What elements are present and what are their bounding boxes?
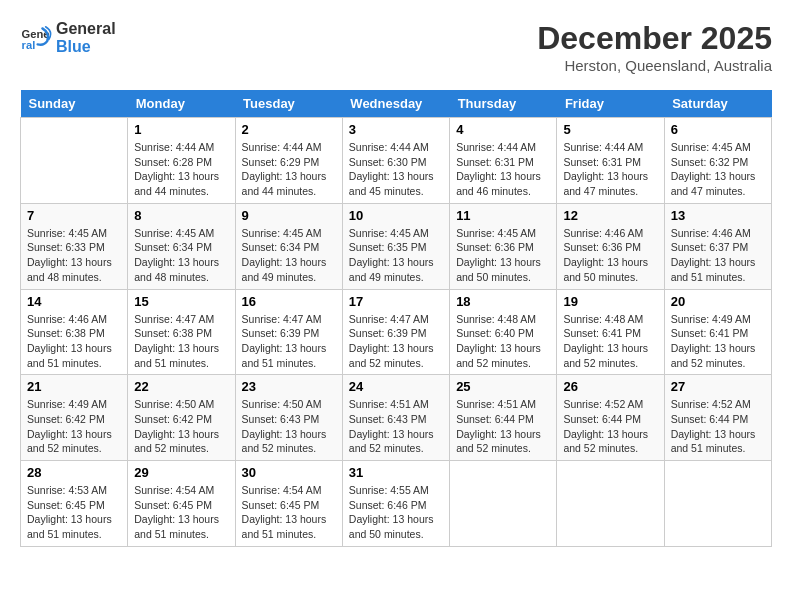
calendar-cell <box>21 118 128 204</box>
calendar-cell: 1Sunrise: 4:44 AM Sunset: 6:28 PM Daylig… <box>128 118 235 204</box>
calendar-cell: 31Sunrise: 4:55 AM Sunset: 6:46 PM Dayli… <box>342 461 449 547</box>
weekday-header-tuesday: Tuesday <box>235 90 342 118</box>
day-info: Sunrise: 4:51 AM Sunset: 6:43 PM Dayligh… <box>349 397 443 456</box>
day-number: 24 <box>349 379 443 394</box>
calendar-cell: 16Sunrise: 4:47 AM Sunset: 6:39 PM Dayli… <box>235 289 342 375</box>
svg-text:ral: ral <box>22 39 36 51</box>
day-number: 20 <box>671 294 765 309</box>
calendar-cell: 17Sunrise: 4:47 AM Sunset: 6:39 PM Dayli… <box>342 289 449 375</box>
calendar-week-row: 1Sunrise: 4:44 AM Sunset: 6:28 PM Daylig… <box>21 118 772 204</box>
day-number: 16 <box>242 294 336 309</box>
day-number: 3 <box>349 122 443 137</box>
weekday-header-friday: Friday <box>557 90 664 118</box>
calendar-cell: 8Sunrise: 4:45 AM Sunset: 6:34 PM Daylig… <box>128 203 235 289</box>
calendar-body: 1Sunrise: 4:44 AM Sunset: 6:28 PM Daylig… <box>21 118 772 547</box>
day-number: 15 <box>134 294 228 309</box>
day-info: Sunrise: 4:52 AM Sunset: 6:44 PM Dayligh… <box>563 397 657 456</box>
day-info: Sunrise: 4:50 AM Sunset: 6:42 PM Dayligh… <box>134 397 228 456</box>
day-number: 29 <box>134 465 228 480</box>
calendar-cell: 28Sunrise: 4:53 AM Sunset: 6:45 PM Dayli… <box>21 461 128 547</box>
calendar-cell: 10Sunrise: 4:45 AM Sunset: 6:35 PM Dayli… <box>342 203 449 289</box>
calendar-week-row: 14Sunrise: 4:46 AM Sunset: 6:38 PM Dayli… <box>21 289 772 375</box>
day-info: Sunrise: 4:44 AM Sunset: 6:29 PM Dayligh… <box>242 140 336 199</box>
calendar-cell: 9Sunrise: 4:45 AM Sunset: 6:34 PM Daylig… <box>235 203 342 289</box>
calendar-cell <box>664 461 771 547</box>
day-info: Sunrise: 4:48 AM Sunset: 6:41 PM Dayligh… <box>563 312 657 371</box>
calendar-cell: 21Sunrise: 4:49 AM Sunset: 6:42 PM Dayli… <box>21 375 128 461</box>
day-number: 12 <box>563 208 657 223</box>
day-number: 27 <box>671 379 765 394</box>
day-number: 21 <box>27 379 121 394</box>
calendar-cell: 5Sunrise: 4:44 AM Sunset: 6:31 PM Daylig… <box>557 118 664 204</box>
day-info: Sunrise: 4:44 AM Sunset: 6:31 PM Dayligh… <box>563 140 657 199</box>
day-info: Sunrise: 4:53 AM Sunset: 6:45 PM Dayligh… <box>27 483 121 542</box>
calendar-cell: 2Sunrise: 4:44 AM Sunset: 6:29 PM Daylig… <box>235 118 342 204</box>
logo-line2: Blue <box>56 38 116 56</box>
weekday-header-monday: Monday <box>128 90 235 118</box>
day-number: 23 <box>242 379 336 394</box>
calendar-cell: 14Sunrise: 4:46 AM Sunset: 6:38 PM Dayli… <box>21 289 128 375</box>
calendar-cell: 27Sunrise: 4:52 AM Sunset: 6:44 PM Dayli… <box>664 375 771 461</box>
day-info: Sunrise: 4:45 AM Sunset: 6:36 PM Dayligh… <box>456 226 550 285</box>
day-info: Sunrise: 4:47 AM Sunset: 6:39 PM Dayligh… <box>349 312 443 371</box>
day-info: Sunrise: 4:47 AM Sunset: 6:38 PM Dayligh… <box>134 312 228 371</box>
calendar-cell: 19Sunrise: 4:48 AM Sunset: 6:41 PM Dayli… <box>557 289 664 375</box>
weekday-header-thursday: Thursday <box>450 90 557 118</box>
day-info: Sunrise: 4:52 AM Sunset: 6:44 PM Dayligh… <box>671 397 765 456</box>
day-info: Sunrise: 4:45 AM Sunset: 6:34 PM Dayligh… <box>242 226 336 285</box>
logo: Gene ral General Blue <box>20 20 116 55</box>
day-number: 10 <box>349 208 443 223</box>
calendar-cell: 23Sunrise: 4:50 AM Sunset: 6:43 PM Dayli… <box>235 375 342 461</box>
day-info: Sunrise: 4:47 AM Sunset: 6:39 PM Dayligh… <box>242 312 336 371</box>
calendar-cell <box>557 461 664 547</box>
day-number: 8 <box>134 208 228 223</box>
day-info: Sunrise: 4:46 AM Sunset: 6:37 PM Dayligh… <box>671 226 765 285</box>
day-number: 2 <box>242 122 336 137</box>
day-info: Sunrise: 4:55 AM Sunset: 6:46 PM Dayligh… <box>349 483 443 542</box>
calendar-table: SundayMondayTuesdayWednesdayThursdayFrid… <box>20 90 772 547</box>
day-info: Sunrise: 4:46 AM Sunset: 6:38 PM Dayligh… <box>27 312 121 371</box>
day-number: 31 <box>349 465 443 480</box>
day-info: Sunrise: 4:48 AM Sunset: 6:40 PM Dayligh… <box>456 312 550 371</box>
day-number: 11 <box>456 208 550 223</box>
calendar-cell: 7Sunrise: 4:45 AM Sunset: 6:33 PM Daylig… <box>21 203 128 289</box>
day-number: 28 <box>27 465 121 480</box>
day-info: Sunrise: 4:50 AM Sunset: 6:43 PM Dayligh… <box>242 397 336 456</box>
calendar-cell: 24Sunrise: 4:51 AM Sunset: 6:43 PM Dayli… <box>342 375 449 461</box>
page-header: Gene ral General Blue December 2025 Hers… <box>20 20 772 74</box>
day-number: 17 <box>349 294 443 309</box>
calendar-cell: 20Sunrise: 4:49 AM Sunset: 6:41 PM Dayli… <box>664 289 771 375</box>
calendar-week-row: 21Sunrise: 4:49 AM Sunset: 6:42 PM Dayli… <box>21 375 772 461</box>
day-number: 4 <box>456 122 550 137</box>
day-number: 5 <box>563 122 657 137</box>
day-info: Sunrise: 4:49 AM Sunset: 6:42 PM Dayligh… <box>27 397 121 456</box>
calendar-cell: 11Sunrise: 4:45 AM Sunset: 6:36 PM Dayli… <box>450 203 557 289</box>
day-info: Sunrise: 4:44 AM Sunset: 6:28 PM Dayligh… <box>134 140 228 199</box>
day-info: Sunrise: 4:51 AM Sunset: 6:44 PM Dayligh… <box>456 397 550 456</box>
day-info: Sunrise: 4:44 AM Sunset: 6:31 PM Dayligh… <box>456 140 550 199</box>
calendar-cell: 29Sunrise: 4:54 AM Sunset: 6:45 PM Dayli… <box>128 461 235 547</box>
day-number: 6 <box>671 122 765 137</box>
day-info: Sunrise: 4:54 AM Sunset: 6:45 PM Dayligh… <box>134 483 228 542</box>
calendar-week-row: 28Sunrise: 4:53 AM Sunset: 6:45 PM Dayli… <box>21 461 772 547</box>
day-number: 18 <box>456 294 550 309</box>
day-info: Sunrise: 4:54 AM Sunset: 6:45 PM Dayligh… <box>242 483 336 542</box>
calendar-cell: 13Sunrise: 4:46 AM Sunset: 6:37 PM Dayli… <box>664 203 771 289</box>
day-number: 22 <box>134 379 228 394</box>
day-info: Sunrise: 4:49 AM Sunset: 6:41 PM Dayligh… <box>671 312 765 371</box>
day-info: Sunrise: 4:44 AM Sunset: 6:30 PM Dayligh… <box>349 140 443 199</box>
day-number: 9 <box>242 208 336 223</box>
weekday-header-sunday: Sunday <box>21 90 128 118</box>
calendar-cell: 3Sunrise: 4:44 AM Sunset: 6:30 PM Daylig… <box>342 118 449 204</box>
calendar-cell: 18Sunrise: 4:48 AM Sunset: 6:40 PM Dayli… <box>450 289 557 375</box>
day-number: 19 <box>563 294 657 309</box>
calendar-cell: 26Sunrise: 4:52 AM Sunset: 6:44 PM Dayli… <box>557 375 664 461</box>
title-area: December 2025 Herston, Queensland, Austr… <box>537 20 772 74</box>
weekday-header-wednesday: Wednesday <box>342 90 449 118</box>
calendar-cell: 25Sunrise: 4:51 AM Sunset: 6:44 PM Dayli… <box>450 375 557 461</box>
logo-line1: General <box>56 20 116 38</box>
day-info: Sunrise: 4:46 AM Sunset: 6:36 PM Dayligh… <box>563 226 657 285</box>
day-info: Sunrise: 4:45 AM Sunset: 6:33 PM Dayligh… <box>27 226 121 285</box>
calendar-cell: 22Sunrise: 4:50 AM Sunset: 6:42 PM Dayli… <box>128 375 235 461</box>
calendar-cell: 12Sunrise: 4:46 AM Sunset: 6:36 PM Dayli… <box>557 203 664 289</box>
